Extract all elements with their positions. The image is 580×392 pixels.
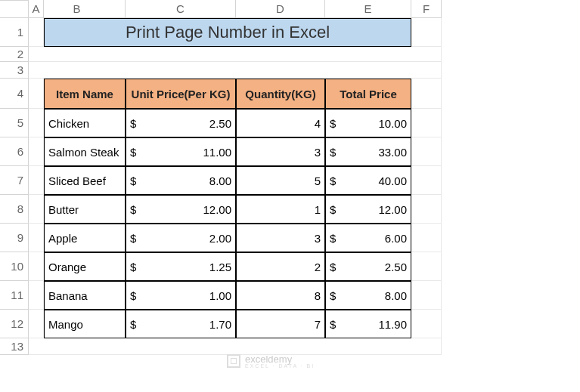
cell-value: 33.00	[378, 146, 407, 159]
col-label: F	[423, 2, 430, 15]
cell-item-name[interactable]: Orange	[44, 252, 126, 281]
col-header[interactable]: F	[411, 0, 442, 18]
cell[interactable]	[29, 137, 44, 166]
cell[interactable]	[411, 252, 442, 281]
cell-total-price[interactable]: $8.00	[325, 281, 411, 310]
header-label: Unit Price(Per KG)	[132, 88, 231, 100]
cell-value: 8.00	[385, 289, 407, 302]
row-header[interactable]: 9	[0, 224, 29, 252]
cell[interactable]	[411, 310, 442, 338]
row-header[interactable]: 1	[0, 18, 29, 47]
cell-unit-price[interactable]: $1.25	[126, 252, 236, 281]
cell[interactable]	[29, 310, 44, 338]
cell-value: Salmon Steak	[48, 146, 119, 159]
cell-unit-price[interactable]: $2.50	[126, 109, 236, 137]
cell[interactable]	[29, 62, 442, 79]
cell-unit-price[interactable]: $8.00	[126, 166, 236, 195]
row-header[interactable]: 3	[0, 62, 29, 79]
cell[interactable]	[29, 109, 44, 137]
row-header[interactable]: 2	[0, 47, 29, 62]
cell-item-name[interactable]: Mango	[44, 310, 126, 338]
watermark-text: exceldemy EXCEL · DATA · BI	[245, 353, 315, 369]
row-label: 13	[11, 340, 23, 353]
col-header[interactable]: A	[29, 0, 44, 18]
currency-symbol: $	[330, 203, 336, 216]
cell[interactable]	[411, 18, 442, 47]
row-header[interactable]: 7	[0, 166, 29, 195]
row-label: 2	[17, 48, 23, 60]
cell-value: 5	[315, 174, 321, 187]
cell[interactable]	[29, 338, 442, 355]
row-header[interactable]: 13	[0, 338, 29, 355]
col-header[interactable]: C	[126, 0, 236, 18]
cell[interactable]	[411, 79, 442, 109]
cell-total-price[interactable]: $6.00	[325, 224, 411, 252]
table-header-qty[interactable]: Quantity(KG)	[236, 79, 325, 109]
cell[interactable]	[411, 195, 442, 224]
cell-value: 3	[315, 146, 321, 159]
title-cell[interactable]: Print Page Number in Excel	[44, 18, 411, 47]
cell-value: 8	[315, 289, 321, 302]
cell-item-name[interactable]: Butter	[44, 195, 126, 224]
cell-item-name[interactable]: Apple	[44, 224, 126, 252]
cell-value: 11.90	[378, 318, 407, 331]
select-all-corner[interactable]	[0, 0, 29, 18]
cell-item-name[interactable]: Sliced Beef	[44, 166, 126, 195]
cell-quantity[interactable]: 3	[236, 137, 325, 166]
cell-value: 12.00	[378, 203, 407, 216]
cell-unit-price[interactable]: $1.70	[126, 310, 236, 338]
row-header[interactable]: 12	[0, 310, 29, 338]
cell[interactable]	[29, 166, 44, 195]
cell-quantity[interactable]: 5	[236, 166, 325, 195]
cell-total-price[interactable]: $11.90	[325, 310, 411, 338]
cell-quantity[interactable]: 3	[236, 224, 325, 252]
cell-total-price[interactable]: $40.00	[325, 166, 411, 195]
cell-quantity[interactable]: 4	[236, 109, 325, 137]
row-header[interactable]: 10	[0, 252, 29, 281]
cell[interactable]	[411, 166, 442, 195]
cell[interactable]	[29, 195, 44, 224]
row-header[interactable]: 11	[0, 281, 29, 310]
row-label: 8	[17, 202, 23, 215]
row-header[interactable]: 4	[0, 79, 29, 109]
col-header[interactable]: D	[236, 0, 325, 18]
cell[interactable]	[29, 281, 44, 310]
cell-total-price[interactable]: $33.00	[325, 137, 411, 166]
cell[interactable]	[29, 224, 44, 252]
cell-total-price[interactable]: $12.00	[325, 195, 411, 224]
table-header-unit[interactable]: Unit Price(Per KG)	[126, 79, 236, 109]
cell-unit-price[interactable]: $1.00	[126, 281, 236, 310]
cell[interactable]	[411, 281, 442, 310]
cell-item-name[interactable]: Banana	[44, 281, 126, 310]
cell-unit-price[interactable]: $11.00	[126, 137, 236, 166]
cell[interactable]	[29, 79, 44, 109]
row-header[interactable]: 8	[0, 195, 29, 224]
cell[interactable]	[411, 224, 442, 252]
row-header[interactable]: 5	[0, 109, 29, 137]
cell-item-name[interactable]: Salmon Steak	[44, 137, 126, 166]
watermark-icon	[227, 354, 240, 368]
cell-quantity[interactable]: 8	[236, 281, 325, 310]
cell-quantity[interactable]: 7	[236, 310, 325, 338]
table-header-item[interactable]: Item Name	[44, 79, 126, 109]
row-label: 4	[17, 87, 23, 100]
cell-total-price[interactable]: $2.50	[325, 252, 411, 281]
cell-quantity[interactable]: 1	[236, 195, 325, 224]
cell[interactable]	[29, 47, 442, 62]
cell[interactable]	[411, 109, 442, 137]
col-header[interactable]: E	[325, 0, 411, 18]
cell-unit-price[interactable]: $12.00	[126, 195, 236, 224]
cell-total-price[interactable]: $10.00	[325, 109, 411, 137]
cell-quantity[interactable]: 2	[236, 252, 325, 281]
table-header-total[interactable]: Total Price	[325, 79, 411, 109]
cell[interactable]	[29, 18, 44, 47]
cell[interactable]	[411, 137, 442, 166]
cell-item-name[interactable]: Chicken	[44, 109, 126, 137]
cell-value: Sliced Beef	[48, 174, 106, 187]
row-header[interactable]: 6	[0, 137, 29, 166]
col-header[interactable]: A	[0, 0, 29, 1]
cell-unit-price[interactable]: $2.00	[126, 224, 236, 252]
currency-symbol: $	[130, 174, 136, 187]
watermark: exceldemy EXCEL · DATA · BI	[227, 353, 315, 369]
cell[interactable]	[29, 252, 44, 281]
